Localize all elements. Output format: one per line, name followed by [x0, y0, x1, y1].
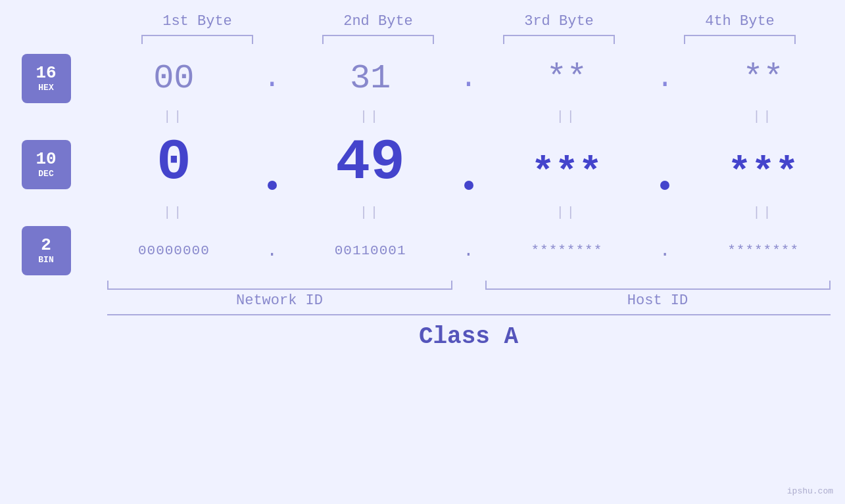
bracket-byte1 [141, 35, 253, 44]
watermark: ipshu.com [787, 486, 833, 496]
byte4-header: 4th Byte [650, 13, 831, 35]
bracket-byte3 [503, 35, 615, 44]
bin-byte2: 00110001 [335, 243, 406, 258]
eq1-b2: || [360, 109, 381, 124]
bin-byte1: 00000000 [138, 243, 210, 258]
hex-sep1: . [264, 62, 281, 95]
eq2-b4: || [753, 205, 774, 220]
eq2-b3: || [556, 205, 577, 220]
bin-byte4: ******** [727, 243, 799, 258]
eq1-b1: || [163, 109, 184, 124]
byte1-header: 1st Byte [107, 13, 288, 35]
bin-sep2: . [463, 241, 474, 261]
bin-sep3: . [660, 241, 671, 261]
dec-byte2: 49 [335, 130, 405, 195]
dec-byte1: 0 [157, 130, 191, 195]
bracket-byte2 [322, 35, 434, 44]
dec-sep1 [268, 181, 277, 190]
bin-badge: 2 BIN [22, 226, 71, 275]
dec-badge: 10 DEC [22, 140, 71, 189]
bracket-host [485, 281, 831, 290]
bracket-network [107, 281, 452, 290]
eq1-b4: || [753, 109, 774, 124]
hex-byte3: ** [546, 59, 587, 98]
class-label: Class A [107, 321, 831, 353]
host-id-label: Host ID [627, 292, 688, 309]
hex-badge: 16 HEX [22, 54, 71, 103]
eq2-b1: || [163, 205, 184, 220]
class-line [107, 314, 831, 315]
hex-byte4: ** [742, 59, 783, 98]
hex-sep2: . [460, 62, 477, 95]
dec-sep2 [464, 181, 473, 190]
network-id-label: Network ID [236, 292, 323, 309]
eq2-b2: || [360, 205, 381, 220]
eq1-b3: || [556, 109, 577, 124]
hex-byte1: 00 [153, 59, 194, 98]
bracket-byte4 [684, 35, 796, 44]
dec-byte4: *** [728, 150, 799, 195]
main-container: 1st Byte 2nd Byte 3rd Byte 4th Byte 16 H… [0, 0, 845, 504]
byte2-header: 2nd Byte [288, 13, 469, 35]
hex-sep3: . [656, 62, 673, 95]
hex-byte2: 31 [350, 59, 391, 98]
dec-sep3 [660, 181, 669, 190]
bin-sep1: . [266, 241, 278, 261]
bin-byte3: ******** [531, 243, 602, 258]
byte3-header: 3rd Byte [469, 13, 650, 35]
dec-byte3: *** [531, 150, 602, 195]
